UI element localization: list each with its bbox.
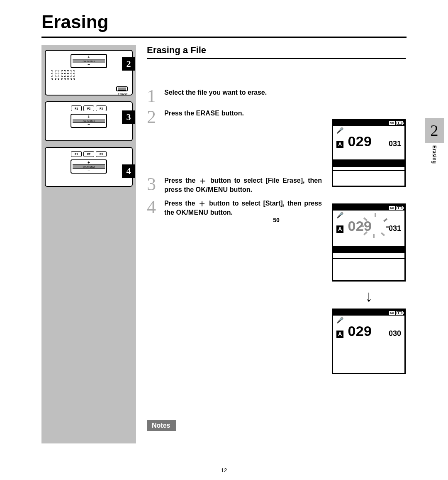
erase-button-word: ERASE	[196, 110, 219, 117]
file-number-large: 029	[348, 323, 372, 339]
sd-card-icon: SD	[389, 206, 395, 210]
text-fragment: button.	[208, 209, 233, 216]
lcd-menu-bar	[333, 246, 404, 253]
file-number-large: 029	[348, 218, 372, 234]
ok-menu-button-diagram: + OK/MENU –	[71, 54, 107, 68]
diagram-step-tag-2: 2	[122, 57, 135, 71]
f-key-row: F1 F2 F3	[48, 151, 129, 157]
lcd-row: A 029 030	[333, 323, 404, 339]
f3-key: F3	[96, 151, 107, 157]
ok-menu-button-diagram: + OK/MENU –	[71, 114, 107, 128]
plus-icon: +	[73, 115, 105, 119]
step-text: Press the ERASE button.	[164, 109, 322, 118]
step-text: Press the button to select [File Erase],…	[164, 176, 322, 195]
f2-key: F2	[83, 105, 94, 111]
lcd-screens-column: SD 🎤 A 029 031 SD	[332, 119, 406, 374]
text-fragment: Press the	[164, 200, 198, 207]
file-number-small: 030	[389, 329, 401, 338]
step-number: 4	[147, 199, 158, 216]
diagram-step-tag-3: 3	[122, 110, 135, 124]
folder-icon: A	[336, 331, 343, 338]
battery-icon	[396, 311, 403, 315]
folder-icon: A	[336, 141, 343, 148]
erase-button-label: ERASE	[118, 93, 128, 96]
minus-icon: –	[73, 63, 105, 66]
erase-button-diagram	[116, 86, 128, 91]
device-diagram-1: + OK/MENU – ERASE 2	[45, 50, 133, 96]
device-diagram-2: F1 F2 F3 + OK/MENU – 3	[45, 101, 133, 141]
step-number: 1	[147, 88, 158, 105]
f1-key: F1	[71, 151, 82, 157]
f3-key: F3	[96, 105, 107, 111]
device-diagram-column: + OK/MENU – ERASE 2 F1 F2 F3	[41, 45, 136, 443]
ok-menu-button-word: OK/MENU	[176, 209, 208, 216]
instruction-column: Erasing a File 1 Select the file you wan…	[147, 45, 406, 222]
speaker-grille	[51, 70, 76, 81]
f2-key: F2	[83, 151, 94, 157]
section-title: Erasing a File	[147, 45, 406, 59]
erase-button-icon	[116, 86, 128, 91]
down-arrow-icon: ↓	[332, 287, 406, 305]
sd-card-icon: SD	[389, 311, 395, 315]
chapter-label: Erasing	[431, 145, 437, 164]
step-1: 1 Select the file you want to erase.	[147, 88, 406, 105]
lcd-bottom-box	[332, 258, 406, 280]
step-number: 2	[147, 109, 158, 125]
chapter-side-tab: 2 Erasing	[425, 118, 444, 164]
folder-icon: A	[336, 225, 343, 233]
lcd-status-bar: SD	[333, 120, 404, 126]
text-fragment: Press the	[164, 110, 196, 117]
device-diagram-3: F1 F2 F3 + OK/MENU – 4	[45, 147, 133, 187]
chapter-number: 2	[425, 118, 444, 143]
text-fragment: Press the	[164, 177, 199, 184]
plus-icon: +	[73, 161, 105, 164]
lcd-row: 🎤	[333, 316, 404, 323]
mic-icon: 🎤	[336, 317, 343, 323]
lcd-row: 🎤	[333, 126, 404, 133]
battery-icon	[396, 121, 403, 125]
page-title: Erasing	[0, 0, 448, 37]
lcd-menu-bar	[333, 159, 404, 167]
minus-icon: –	[73, 169, 105, 172]
lcd-row: A 029 031	[333, 133, 404, 149]
outer-page-number: 12	[0, 467, 448, 473]
file-number-small: 031	[389, 224, 401, 233]
lcd-screen-2: SD 🎤 A 029 031	[332, 203, 406, 282]
lcd-screen-1: SD 🎤 A 029 031	[332, 119, 406, 187]
step-text: Select the file you want to erase.	[164, 88, 322, 97]
minus-icon: –	[73, 123, 105, 126]
text-fragment: button.	[228, 186, 252, 193]
lcd-bottom-box	[332, 170, 406, 186]
step-number: 3	[147, 176, 158, 193]
f-key-row: F1 F2 F3	[48, 105, 129, 111]
title-rule	[41, 37, 407, 38]
file-number-small: 031	[389, 140, 401, 148]
sd-card-icon: SD	[389, 121, 395, 125]
plus-icon	[199, 201, 205, 207]
plus-icon	[200, 178, 206, 184]
lcd-status-bar: SD	[333, 310, 404, 316]
plus-icon: +	[73, 56, 105, 59]
ok-menu-button-diagram: + OK/MENU –	[71, 159, 107, 174]
lcd-screen-3: SD 🎤 A 029 030	[332, 309, 406, 374]
notes-section: Notes	[147, 420, 406, 431]
f1-key: F1	[71, 105, 82, 111]
file-number-large: 029	[348, 133, 372, 149]
battery-icon	[396, 206, 403, 210]
notes-label: Notes	[147, 420, 176, 431]
ok-menu-button-word: OK/MENU	[196, 186, 228, 193]
step-text: Press the button to select [Start], then…	[164, 199, 322, 218]
lcd-status-bar: SD	[333, 205, 404, 211]
mic-icon: 🎤	[336, 127, 343, 133]
diagram-step-tag-4: 4	[122, 164, 135, 178]
text-fragment: button.	[219, 110, 244, 117]
content-area: + OK/MENU – ERASE 2 F1 F2 F3	[41, 45, 407, 443]
